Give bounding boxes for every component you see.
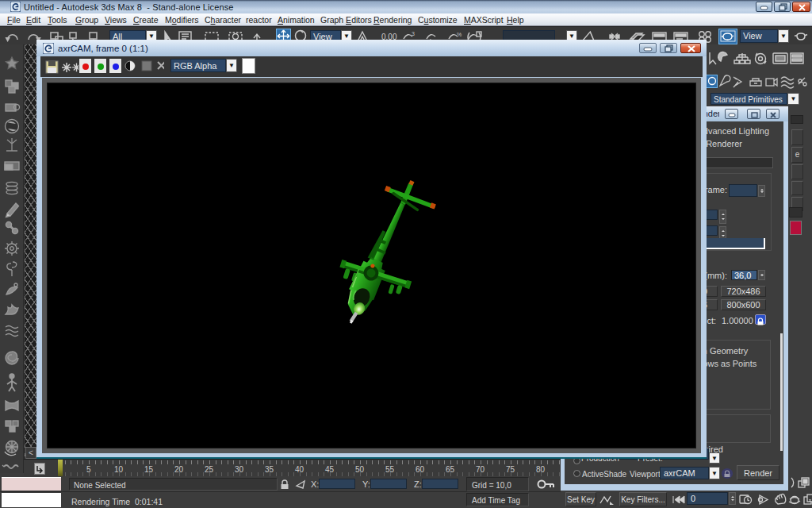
- svg-text:%: %: [457, 32, 462, 37]
- svg-text:3: 3: [412, 31, 415, 37]
